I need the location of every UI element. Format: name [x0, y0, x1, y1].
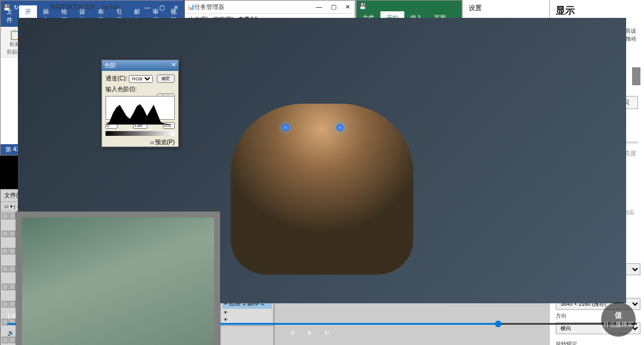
- aspect-icon[interactable]: ⛶: [589, 330, 595, 336]
- dialog-title: 色阶: [104, 61, 116, 70]
- volume-icon[interactable]: 🔊: [7, 330, 14, 336]
- output-gradient[interactable]: [106, 131, 175, 136]
- preview-checkbox[interactable]: ☑ 预览(P): [150, 138, 175, 147]
- play-pause-icon[interactable]: ⏸: [306, 330, 312, 336]
- video-content: [231, 104, 413, 275]
- save-icon[interactable]: 💾: [359, 3, 366, 10]
- watermark: 值 什么值得买: [601, 302, 636, 337]
- label: 预览(P): [155, 139, 175, 145]
- lasso-tool[interactable]: [2, 231, 8, 237]
- dialog-titlebar[interactable]: 色阶✕: [102, 60, 178, 71]
- maximize-icon[interactable]: ▢: [329, 2, 338, 12]
- levels-dialog: 色阶✕ 通道(C): RGB 确定 输入色阶(I): 取消 ☑ 预览(P): [101, 60, 179, 147]
- back-button[interactable]: ←: [4, 4, 12, 13]
- gradient-tool[interactable]: [9, 284, 16, 290]
- close-icon[interactable]: ✕: [171, 61, 176, 70]
- blur-tool[interactable]: [2, 301, 8, 307]
- monitor-tile-secondary[interactable]: [632, 67, 640, 85]
- canvas-image: [22, 217, 214, 345]
- eyedropper-tool[interactable]: [9, 248, 16, 254]
- crop-tool[interactable]: [2, 248, 8, 254]
- close-icon[interactable]: ✕: [343, 2, 352, 12]
- histogram: [106, 96, 175, 120]
- watermark-text: 什么值得买: [603, 321, 633, 329]
- taskmgr-titlebar[interactable]: 📊 任务管理器 — ▢ ✕: [185, 1, 355, 14]
- page-title: 显示: [550, 0, 644, 20]
- stamp-tool[interactable]: [9, 266, 16, 272]
- dodge-tool[interactable]: [9, 301, 16, 307]
- eraser-tool[interactable]: [2, 284, 8, 290]
- channel-select[interactable]: RGB: [129, 75, 153, 83]
- move-tool[interactable]: [2, 213, 8, 219]
- skip-back-icon[interactable]: ↺: [290, 330, 295, 336]
- watermark-logo: 值: [615, 310, 622, 321]
- input-label: 输入色阶(I):: [106, 85, 175, 94]
- brush-tool[interactable]: [2, 266, 8, 272]
- marquee-tool[interactable]: [9, 213, 16, 219]
- excel-titlebar[interactable]: 💾: [357, 1, 462, 11]
- wand-tool[interactable]: [9, 231, 16, 237]
- svg-marker-0: [106, 104, 174, 125]
- settings-title: 设置: [463, 0, 549, 16]
- skip-fwd-icon[interactable]: ↻: [324, 330, 329, 336]
- ok-button[interactable]: 确定: [157, 74, 175, 83]
- more-icon[interactable]: ⋯: [631, 330, 637, 336]
- channel-label: 通道(C):: [106, 75, 128, 82]
- glow-effect: [282, 124, 289, 131]
- ps-canvas[interactable]: [16, 212, 220, 345]
- minimize-icon[interactable]: —: [314, 2, 324, 12]
- glow-effect: [336, 124, 343, 131]
- taskmgr-icon: 📊: [187, 4, 194, 10]
- taskmgr-title: 任务管理器: [194, 3, 314, 11]
